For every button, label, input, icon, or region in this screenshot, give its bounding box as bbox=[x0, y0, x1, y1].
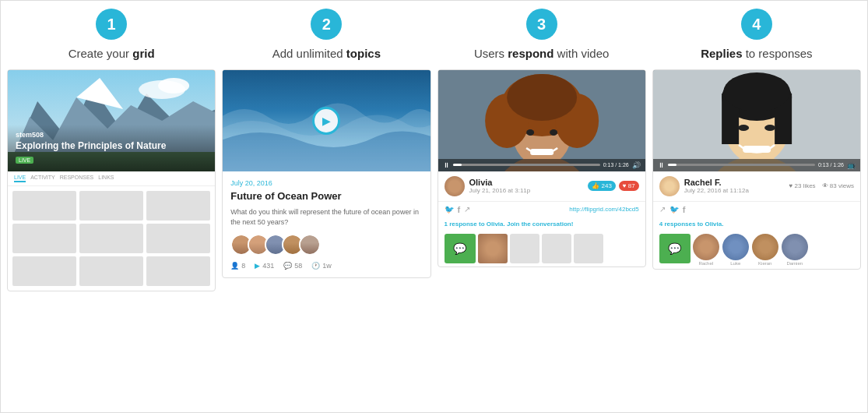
likes-badge: 👍 243 bbox=[588, 181, 616, 191]
svg-point-30 bbox=[764, 125, 775, 131]
svg-rect-19 bbox=[530, 149, 553, 155]
step-3-title-bold: respond bbox=[508, 47, 553, 60]
reply-thumbnails: 💬 Rachel Luke Kieran bbox=[653, 231, 860, 269]
reply-info: Rachel F. July 22, 2016 at 11:12a ♥ 23 l… bbox=[653, 171, 860, 202]
channel-name: stem508 bbox=[16, 131, 207, 139]
step-1-number: 1 bbox=[96, 9, 127, 40]
thumb-kieran: Kieran bbox=[752, 234, 778, 266]
step-1-card: stem508 Exploring the Principles of Natu… bbox=[7, 69, 216, 291]
reply-volume-icon[interactable]: 📺 bbox=[847, 161, 856, 169]
nav-responses[interactable]: RESPONSES bbox=[60, 175, 94, 182]
step-2-title-plain: Add unlimited bbox=[272, 47, 346, 60]
progress-fill bbox=[453, 164, 462, 166]
svg-point-17 bbox=[526, 129, 534, 136]
reply-facebook-icon[interactable]: f bbox=[683, 205, 686, 214]
thumb-empty-3 bbox=[574, 234, 603, 263]
grid-badge: LIVE bbox=[16, 157, 33, 164]
reply-chat-icon: 💬 bbox=[659, 234, 691, 263]
response-actions: 👍 243 ♥ 87 bbox=[588, 181, 638, 191]
step-3-title-suffix: with video bbox=[553, 47, 609, 60]
reply-twitter-icon[interactable]: 🐦 bbox=[669, 205, 679, 214]
thumb-person-1 bbox=[478, 234, 508, 263]
step-2-title-bold: topics bbox=[346, 47, 381, 60]
nav-live[interactable]: LIVE bbox=[14, 175, 26, 182]
step-4-title-suffix: to responses bbox=[743, 47, 813, 60]
response-link[interactable]: http://flipgrid.com/42bcd5 bbox=[569, 206, 638, 213]
play-button[interactable]: ▶ bbox=[312, 107, 340, 135]
comment-icon: 💬 bbox=[283, 262, 292, 270]
hearts-badge: ♥ 87 bbox=[619, 181, 639, 191]
share-icon[interactable]: ↗ bbox=[464, 205, 470, 214]
thumb-empty-2 bbox=[542, 234, 571, 263]
thumb-luke: Luke bbox=[722, 234, 749, 266]
chat-icon-green: 💬 bbox=[445, 234, 476, 263]
step-4: 4 Replies to responses bbox=[652, 9, 861, 270]
svg-point-29 bbox=[738, 125, 749, 131]
nav-links[interactable]: LINKS bbox=[98, 175, 114, 182]
time-code: 0:13 / 1:26 bbox=[603, 162, 629, 168]
people-icon: 👤 bbox=[230, 262, 239, 270]
step-2-number: 2 bbox=[311, 9, 342, 40]
nav-activity[interactable]: ACTIVITY bbox=[30, 175, 55, 182]
response-avatar bbox=[445, 176, 465, 196]
step-3-card: ⏸ 0:13 / 1:26 🔊 Olivia July 21, 2016 at … bbox=[438, 69, 646, 267]
reply-time-code: 0:13 / 1:26 bbox=[818, 162, 844, 168]
topic-date: July 20, 2016 bbox=[230, 179, 422, 187]
response-video: ⏸ 0:13 / 1:26 🔊 bbox=[438, 70, 645, 171]
response-date: July 21, 2016 at 3:11p bbox=[469, 187, 584, 194]
step-1-title: Create your grid bbox=[69, 46, 155, 62]
clock-icon: 🕐 bbox=[311, 262, 320, 270]
reply-join-text: 4 responses to Olivia. bbox=[653, 217, 860, 231]
svg-point-5 bbox=[158, 78, 189, 94]
topic-title: Future of Ocean Power bbox=[230, 190, 422, 203]
step-1: 1 Create your grid bbox=[7, 9, 216, 291]
topic-image: ▶ bbox=[223, 70, 430, 171]
step-3-title-plain: Users bbox=[474, 47, 508, 60]
stat-people: 👤 8 bbox=[230, 262, 245, 270]
grid-card-title: Exploring the Principles of Nature bbox=[16, 140, 207, 151]
stat-time: 🕐 1w bbox=[311, 262, 332, 270]
reply-name-area: Rachel F. July 22, 2016 at 11:12a bbox=[684, 178, 785, 194]
reply-stats: ♥ 23 likes 👁 83 views bbox=[789, 182, 855, 189]
reply-social: ↗ 🐦 f bbox=[653, 202, 860, 217]
step-2: 2 Add unlimited topics bbox=[222, 9, 430, 278]
reply-share-icon[interactable]: ↗ bbox=[659, 205, 666, 214]
step-1-title-plain: Create your bbox=[69, 47, 133, 60]
response-name-area: Olivia July 21, 2016 at 3:11p bbox=[469, 178, 584, 194]
twitter-icon[interactable]: 🐦 bbox=[445, 205, 454, 214]
stat-comments: 💬 58 bbox=[283, 262, 302, 270]
thumb-damien: Damien bbox=[782, 234, 808, 266]
reply-user-name: Rachel F. bbox=[684, 178, 785, 187]
step-3-number: 3 bbox=[526, 9, 557, 40]
step-1-title-bold: grid bbox=[132, 47, 154, 60]
step-2-title: Add unlimited topics bbox=[272, 46, 381, 62]
step-4-number: 4 bbox=[741, 9, 772, 40]
reply-pause-button[interactable]: ⏸ bbox=[658, 161, 665, 169]
grid-nav: LIVE ACTIVITY RESPONSES LINKS bbox=[8, 171, 215, 186]
thumb-empty-1 bbox=[510, 234, 539, 263]
topic-body: July 20, 2016 Future of Ocean Power What… bbox=[223, 171, 430, 277]
pause-button[interactable]: ⏸ bbox=[443, 161, 450, 169]
volume-icon[interactable]: 🔊 bbox=[632, 161, 641, 169]
reply-video: ⏸ 0:13 / 1:26 📺 bbox=[653, 70, 860, 171]
video-controls: ⏸ 0:13 / 1:26 🔊 bbox=[438, 159, 645, 171]
topic-avatars bbox=[230, 234, 422, 256]
thumb-rachel: Rachel bbox=[693, 234, 719, 266]
response-user-name: Olivia bbox=[469, 178, 584, 187]
reply-controls: ⏸ 0:13 / 1:26 📺 bbox=[653, 159, 860, 171]
main-container: 1 Create your grid bbox=[0, 0, 868, 413]
grid-header-image: stem508 Exploring the Principles of Natu… bbox=[8, 70, 215, 171]
facebook-icon[interactable]: f bbox=[458, 205, 461, 214]
response-info: Olivia July 21, 2016 at 3:11p 👍 243 ♥ 87 bbox=[438, 171, 645, 202]
topic-stats: 👤 8 ▶ 431 💬 58 🕐 1w bbox=[230, 262, 422, 270]
reply-progress-bar[interactable] bbox=[668, 164, 815, 166]
progress-bar[interactable] bbox=[453, 164, 600, 166]
reply-date: July 22, 2016 at 11:12a bbox=[684, 187, 785, 194]
response-join-text: 1 response to Olivia. Join the conversat… bbox=[438, 217, 645, 231]
avatar-5 bbox=[299, 234, 321, 256]
play-icon: ▶ bbox=[255, 262, 260, 270]
step-4-title: Replies to responses bbox=[701, 46, 812, 62]
svg-rect-31 bbox=[743, 146, 771, 153]
reply-progress-fill bbox=[668, 164, 676, 166]
step-2-card: ▶ July 20, 2016 Future of Ocean Power Wh… bbox=[222, 69, 430, 278]
